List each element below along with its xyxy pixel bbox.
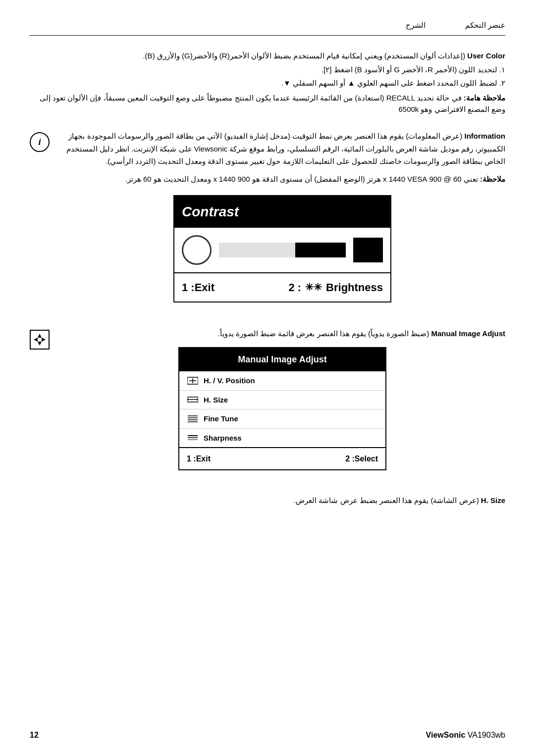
contrast-title: Contrast xyxy=(174,196,390,228)
mia-item-finetune: Fine Tune xyxy=(179,409,385,429)
h-size-desc: H. Size (عرض الشاشة) يقوم هذا العنصر بضب… xyxy=(30,495,505,506)
contrast-footer: 1 :Exit 2 : ✳✳ Brightness xyxy=(174,272,390,302)
sharpness-icon xyxy=(187,432,199,444)
page-header: الشرح عنصر التحكم xyxy=(30,20,505,36)
mia-item-hsize: H. Size xyxy=(179,391,385,410)
information-text: Information (عرض المعلومات) يقوم هذا الع… xyxy=(59,130,505,312)
page-number: 12 xyxy=(30,729,39,741)
hv-position-icon xyxy=(187,375,199,387)
brand-model: ViewSonic VA1903wb xyxy=(426,729,505,741)
information-note-text: تعني 60 @ 900 x 1440 VESA هرتز (الوضع ال… xyxy=(125,175,478,183)
user-color-title-en: User Color xyxy=(467,51,505,60)
contrast-body xyxy=(174,228,390,272)
mia-box-title: Manual Image Adjust xyxy=(179,348,385,371)
information-note: ملاحظة: تعني 60 @ 900 x 1440 VESA هرتز (… xyxy=(59,173,505,186)
user-color-note: ملاحظة هامة: في حالة تحديد RECALL (استعا… xyxy=(30,93,505,115)
contrast-box: Contrast 1 :Exit 2 : ✳✳ Brightness xyxy=(173,195,391,302)
mia-exit-label: 1 :Exit xyxy=(187,452,211,465)
user-color-step2: ٢. لضبط اللون المحدد اضغط على السهم العل… xyxy=(30,78,505,89)
manual-image-adjust-section: Manual Image Adjust (ضبط الصورة يدوياً) … xyxy=(30,327,505,480)
mia-desc: يقوم هذا العنصر بعرض قائمة ضبط الصورة يد… xyxy=(218,329,366,338)
page-footer: 12 ViewSonic VA1903wb xyxy=(30,729,505,741)
description-header: الشرح xyxy=(406,20,426,31)
svg-marker-15 xyxy=(38,342,42,346)
brightness-number: 2 : xyxy=(288,278,301,297)
info-i-icon: i xyxy=(39,136,41,149)
fine-tune-icon xyxy=(187,413,199,425)
mia-title-ar: (ضبط الصورة يدوياً) xyxy=(368,329,429,338)
sun-icon: ✳✳ xyxy=(305,279,322,296)
user-color-note-text: في حالة تحديد RECALL (استعادة) من القائم… xyxy=(40,94,505,113)
contrast-brightness-label: 2 : ✳✳ Brightness xyxy=(288,278,383,297)
contrast-circle-icon xyxy=(182,235,212,265)
h-size-title-ar: (عرض الشاشة) xyxy=(430,496,479,504)
user-color-step1: ١. لتحديد اللون (الأحمر R، الأخضر G أو ا… xyxy=(30,64,505,76)
contrast-bar xyxy=(219,243,346,257)
information-icon: i xyxy=(30,132,50,152)
information-section: Information (عرض المعلومات) يقوم هذا الع… xyxy=(30,130,505,312)
sharpness-label: Sharpness xyxy=(204,432,242,445)
mia-footer: 1 :Exit 2 :Select xyxy=(179,447,385,469)
mia-title-en: Manual Image Adjust xyxy=(431,329,505,338)
user-color-title-ar: (إعدادات ألوان المستخدم) xyxy=(384,51,465,60)
mia-item-sharpness: Sharpness xyxy=(179,429,385,448)
user-color-section: User Color (إعدادات ألوان المستخدم) ويعن… xyxy=(30,50,505,115)
control-element-header: عنصر التحكم xyxy=(465,20,505,31)
h-size-label: H. Size xyxy=(204,394,228,406)
mia-icon xyxy=(30,330,50,350)
h-size-icon xyxy=(187,394,199,405)
contrast-exit-label: 1 :Exit xyxy=(182,278,214,297)
h-size-title-en: H. Size xyxy=(481,496,505,504)
hv-position-label: H. / V. Position xyxy=(204,374,255,387)
model-name: VA1903wb xyxy=(468,731,505,739)
information-note-label: ملاحظة: xyxy=(480,175,505,183)
information-desc: Information (عرض المعلومات) يقوم هذا الع… xyxy=(59,130,505,168)
h-size-description: يقوم هذا العنصر بضبط عرض شاشة العرض. xyxy=(294,496,428,504)
user-color-note-label: ملاحظة هامة: xyxy=(464,94,505,102)
brand-name: ViewSonic xyxy=(426,731,466,739)
mia-text: Manual Image Adjust (ضبط الصورة يدوياً) … xyxy=(59,327,505,480)
information-title-en: Information xyxy=(465,132,506,140)
user-color-text: User Color (إعدادات ألوان المستخدم) ويعن… xyxy=(30,50,505,62)
information-title-ar: (عرض المعلومات) xyxy=(406,132,462,140)
mia-description: Manual Image Adjust (ضبط الصورة يدوياً) … xyxy=(59,327,505,340)
contrast-bar-fill xyxy=(295,243,346,257)
svg-marker-14 xyxy=(38,334,42,338)
brightness-text: Brightness xyxy=(326,278,383,297)
contrast-black-block xyxy=(353,238,383,262)
h-size-section: H. Size (عرض الشاشة) يقوم هذا العنصر بضب… xyxy=(30,495,505,506)
user-color-desc: ويعني إمكانية قيام المستخدم بضبط الألوان… xyxy=(143,51,382,60)
svg-marker-16 xyxy=(34,338,38,342)
svg-marker-17 xyxy=(42,338,46,342)
mia-box: Manual Image Adjust H. / V. Position xyxy=(178,347,386,470)
mia-select-label: 2 :Select xyxy=(345,452,378,465)
mia-item-hv: H. / V. Position xyxy=(179,371,385,391)
fine-tune-label: Fine Tune xyxy=(204,412,238,425)
